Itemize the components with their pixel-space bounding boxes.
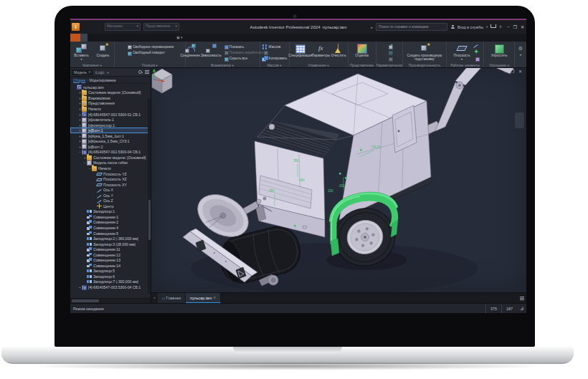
tree-item[interactable]: Ось Y — [70, 193, 151, 198]
browser-tab-ilogic[interactable]: iLogic — [95, 70, 105, 75]
bom-button[interactable]: Спецификация — [290, 42, 311, 62]
tree-item[interactable]: Совмещение:4 — [70, 225, 151, 231]
group-label-manage[interactable]: Управление ▾ — [290, 64, 348, 67]
tree-item[interactable]: Заподлицо:5 — [70, 269, 151, 274]
parametric-button-2[interactable] — [387, 49, 392, 55]
tree-item[interactable]: − Начало — [70, 165, 151, 171]
parametric-button-1[interactable]: + — [387, 44, 392, 49]
tree-item[interactable]: − Модель после гибки — [70, 160, 151, 166]
help-button[interactable]: ? — [499, 25, 501, 29]
create-component-button[interactable]: ★ Создать — [93, 42, 113, 62]
tree-item[interactable]: + [к]Болт:2 — [70, 144, 151, 150]
tree-item[interactable]: + [к]Арка_1,5мм_1шт:1 — [70, 133, 151, 139]
appearance-dropdown[interactable]: Представление▾ — [143, 23, 179, 31]
group-label-appearance[interactable]: Представление — [348, 64, 376, 67]
group-label-relationships[interactable]: Взаимосвязи ▾ — [186, 64, 260, 67]
group-label-productivity[interactable]: Производительность — [403, 64, 446, 67]
ribbon-tab[interactable] — [131, 34, 138, 42]
group-label-position[interactable]: Позиция ▾ — [115, 64, 185, 67]
ucs-button[interactable] — [473, 56, 479, 62]
mirror-button[interactable] — [262, 49, 288, 55]
doc-tab-pulsar[interactable]: пульсар.iam ✕ — [186, 293, 221, 303]
tree-item[interactable]: + [4]-68140547-003.5300-04 СБ:1 — [70, 284, 151, 290]
purge-button[interactable]: Очистить — [331, 42, 346, 62]
tree-item[interactable]: Центр — [70, 203, 151, 209]
ribbon-overflow-icon[interactable]: ▣ ▾ — [174, 34, 186, 42]
show-sick-relationships-button[interactable]: Показать неработосп. — [222, 49, 265, 55]
group-label-simplification[interactable]: Упрощение ▾ — [484, 64, 514, 67]
pattern-button[interactable]: Массив — [262, 44, 288, 49]
minimize-button[interactable]: – — [507, 24, 509, 29]
browser-add-pane-button[interactable]: + — [107, 70, 110, 75]
tree-item[interactable]: Совмещение:12 — [70, 252, 151, 258]
viewport-menu-icon[interactable] — [520, 297, 524, 300]
filter-link-modeling[interactable]: Моделирование — [89, 78, 115, 82]
joint-button[interactable]: Соединение — [180, 42, 200, 62]
ribbon-tab[interactable] — [102, 34, 109, 42]
ribbon-tab[interactable] — [138, 34, 145, 42]
free-move-button[interactable]: Свободное перемещение — [125, 44, 174, 50]
copy-button[interactable]: Копировать — [262, 56, 288, 62]
group-label-component[interactable]: Компонент ▾ — [70, 64, 114, 67]
restore-button[interactable]: ❐ — [513, 24, 517, 29]
work-plane-button[interactable]: Плоскость▾ — [452, 42, 473, 62]
3d-model-pulsar[interactable]: 350 160 250 150 200 54,00 — [151, 68, 526, 292]
parameters-button[interactable]: fx Параметры — [312, 42, 331, 62]
ribbon-options-button[interactable]: ⚙▾ — [516, 42, 526, 62]
doc-tab-close-icon[interactable]: ✕ — [213, 296, 216, 299]
doc-tabs-chevron-icon[interactable]: ˅ — [151, 293, 158, 303]
browser-menu-icon[interactable] — [145, 70, 149, 74]
tree-item[interactable]: Совмещение:5 — [70, 231, 151, 236]
tree-item[interactable]: + [к]осветитель:1 — [70, 117, 151, 123]
ribbon-tab[interactable] — [159, 34, 166, 42]
material-dropdown[interactable]: Материал▾ — [105, 23, 141, 31]
free-rotate-button[interactable]: Свободный поворот — [125, 50, 174, 57]
tree-item[interactable]: − [4]-68140547-002.5300-04 СБ:1 — [70, 150, 151, 155]
tree-item[interactable]: Заподлицо:6 — [70, 274, 151, 279]
tree-item[interactable]: Ось X — [70, 187, 151, 193]
tree-item[interactable]: Заподлицо:1 — [70, 209, 151, 215]
group-label-pattern[interactable]: Массив ▾ — [260, 64, 289, 67]
tree-item[interactable]: Ось Z — [70, 198, 151, 203]
tree-item[interactable]: Плоскость YZ — [70, 171, 151, 177]
ribbon-tab[interactable] — [95, 34, 102, 42]
work-point-button[interactable]: ✚ — [473, 49, 479, 55]
filter-link-assembly[interactable]: Сборка — [73, 78, 85, 82]
ribbon-tab[interactable] — [152, 34, 159, 42]
browser-tab-model[interactable]: Модель ✕ — [72, 69, 93, 75]
tree-item[interactable]: Заподлицо:3 (28,000 мм) — [70, 241, 151, 247]
tree-item[interactable]: + [к]Крышка_1,5мм_СУЗ:1 — [70, 138, 151, 144]
group-label-parametric[interactable]: Параметрические детали и сборки — [376, 64, 402, 67]
insert-component-button[interactable]: Вставить▾ — [71, 42, 92, 62]
tree-item[interactable]: + [4]-68140547-002.5300-01 СБ:1 — [70, 112, 151, 117]
group-label-work-features[interactable]: Рабочие элементы — [447, 64, 483, 67]
show-relationships-button[interactable]: Показать — [222, 44, 265, 49]
search-collapse-icon[interactable]: ▸ — [371, 25, 374, 29]
ribbon-tab[interactable] — [80, 34, 87, 42]
tree-item[interactable]: Заподлицо:7 (-300,000 мм) — [70, 279, 151, 285]
tree-item[interactable]: + Состояние модели: [Основной] — [70, 155, 151, 160]
ribbon-tab[interactable] — [123, 34, 131, 42]
browser-vertical-scrollbar[interactable] — [148, 98, 151, 294]
close-button[interactable]: ✕ — [521, 24, 524, 29]
simplify-button[interactable]: Упростить — [489, 42, 510, 62]
tree-item[interactable]: Совмещение:1 — [70, 214, 151, 220]
tree-item[interactable]: Совмещение:11 — [70, 246, 151, 252]
model-3d-view[interactable]: 350 160 250 150 200 54,00 — [151, 68, 526, 292]
browser-horizontal-scrollbar[interactable] — [70, 298, 151, 303]
application-menu-button[interactable]: I — [72, 23, 80, 31]
browser-search-icon[interactable] — [138, 70, 143, 75]
doc-tab-home[interactable]: ⌂ Главная — [158, 293, 186, 303]
store-cart-icon[interactable] — [490, 24, 496, 28]
tree-item[interactable]: Совмещение:13 — [70, 258, 151, 264]
ribbon-tab[interactable] — [70, 34, 80, 42]
constrain-button[interactable]: Зависимость — [201, 42, 222, 62]
tree-item[interactable]: Совмещение:2 — [70, 220, 151, 226]
derive-substitute-button[interactable]: ★ Создать производную подстановку — [404, 42, 445, 62]
hide-all-relationships-button[interactable]: Скрыть все — [222, 56, 265, 62]
ribbon-tab[interactable] — [116, 34, 123, 42]
help-search-input[interactable]: Поиск по справке и командам — [376, 23, 447, 31]
ribbon-tab[interactable] — [109, 34, 116, 42]
tree-item[interactable]: Совмещение:14 — [70, 263, 151, 269]
tree-item[interactable]: Плоскость XY — [70, 182, 151, 188]
